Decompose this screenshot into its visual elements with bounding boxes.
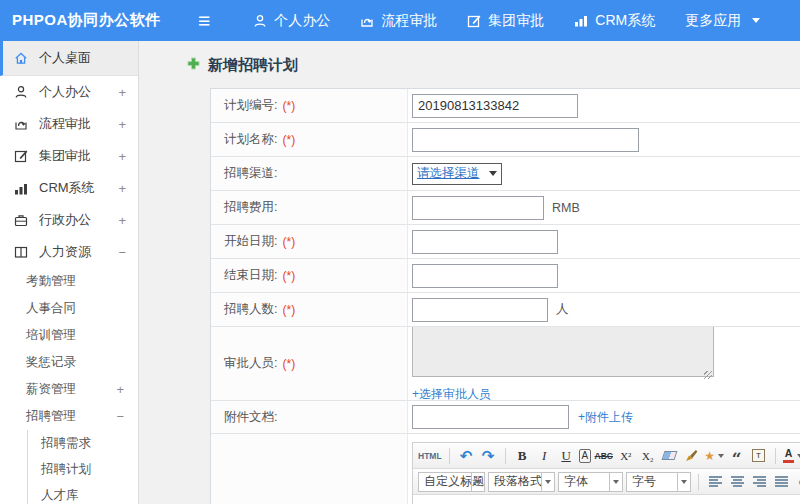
field-label: 计划编号: [224,97,277,114]
form-row-attachment: 附件文档: +附件上传 [211,401,800,434]
headcount-input[interactable] [412,298,548,322]
attachment-upload-link[interactable]: +附件上传 [578,409,633,426]
briefcase-icon [14,213,30,227]
field-label: 附件文档: [224,409,277,426]
subscript-button[interactable]: X₂ [638,446,657,466]
choose-approvers-link[interactable]: +选择审批人员 [412,387,491,400]
form-row-plan-name: 计划名称:(*) [211,123,800,157]
superscript-button[interactable]: X² [616,446,635,466]
sidebar: 个人桌面 个人办公 + 流程审批 + 集团审批 + CRM系统 + 行政办公 +… [0,41,139,504]
required-marker: (*) [282,133,295,147]
sidebar-item-process-approval[interactable]: 流程审批 + [0,108,138,140]
blockquote-button[interactable]: “ [727,446,746,466]
user-icon [14,85,30,99]
sidebar-item-desktop[interactable]: 个人桌面 [0,41,138,76]
sidebar-item-recruit-mgmt[interactable]: 招聘管理 − [0,403,138,430]
nav-personal-office[interactable]: 个人办公 [238,12,345,30]
font-color-button[interactable]: A [783,446,800,466]
attachment-input[interactable] [412,405,569,429]
format-brush-button[interactable] [682,446,701,466]
italic-button[interactable]: I [535,446,554,466]
hamburger-menu-icon[interactable]: ≡ [198,10,210,31]
field-label: 招聘费用: [224,199,277,216]
align-center-button[interactable] [728,472,747,492]
plan-number-input[interactable] [412,94,578,118]
expand-plus-icon: + [118,117,126,132]
form-row-headcount: 招聘人数:(*) 人 [211,293,800,327]
app-logo[interactable]: PHPOA协同办公软件 [0,11,168,30]
select-dropdown-button [541,473,554,491]
plan-name-input[interactable] [412,128,639,152]
resize-handle[interactable] [704,371,712,379]
redo-button[interactable]: ↷ [479,446,498,466]
nav-more-apps[interactable]: 更多应用 [670,12,775,30]
bar-chart-icon [14,182,30,195]
main-content: 新增招聘计划 计划编号:(*) 计划名称:(*) 招聘渠道: 请选择渠道 招聘费… [140,41,800,504]
align-left-button[interactable] [706,472,725,492]
bold-button[interactable]: B [513,446,532,466]
approvers-textarea[interactable] [412,327,714,377]
recruit-plan-form: 计划编号:(*) 计划名称:(*) 招聘渠道: 请选择渠道 招聘费用: RMB … [210,88,800,504]
caret-down-icon [681,480,687,484]
sidebar-item-talent-pool[interactable]: 人才库 [28,482,138,504]
required-marker: (*) [282,269,295,283]
expand-plus-icon: + [118,181,126,196]
nav-process-approval[interactable]: 流程审批 [345,12,452,30]
eraser-button[interactable] [660,446,679,466]
top-bar: PHPOA协同办公软件 ≡ 个人办公 流程审批 集团审批 CRM系统 更多应用 [0,0,800,41]
custom-title-select[interactable]: 自定义标题 [418,472,485,492]
font-family-select[interactable]: 字体 [558,472,623,492]
sidebar-item-admin-office[interactable]: 行政办公 + [0,204,138,236]
field-label: 招聘人数: [224,301,277,318]
editor-content-area[interactable] [413,495,800,504]
sidebar-item-attendance[interactable]: 考勤管理 [0,268,138,295]
sidebar-item-hr[interactable]: 人力资源 − [0,236,138,268]
form-row-channel: 招聘渠道: 请选择渠道 [211,157,800,191]
required-marker: (*) [282,357,295,371]
caret-down-icon [718,454,724,458]
top-nav: 个人办公 流程审批 集团审批 CRM系统 更多应用 [238,12,775,30]
sidebar-item-training[interactable]: 培训管理 [0,322,138,349]
rich-text-editor: HTML ↶ ↷ B I U A ABC X² X₂ ★ [412,442,800,504]
source-code-button[interactable]: HTML [418,446,442,466]
brush-icon [685,449,698,462]
eraser-icon [662,451,678,460]
channel-select[interactable]: 请选择渠道 [412,163,502,185]
red-color-bar [783,460,794,463]
undo-button[interactable]: ↶ [457,446,476,466]
sidebar-item-personal-office[interactable]: 个人办公 + [0,76,138,108]
insert-link-button[interactable]: ∞ [794,472,800,492]
strikethrough-button[interactable]: ABC [594,446,613,466]
auto-typeset-button[interactable]: ★ [704,446,724,466]
end-date-input[interactable] [412,264,558,288]
align-right-button[interactable] [750,472,769,492]
sidebar-item-crm[interactable]: CRM系统 + [0,172,138,204]
sidebar-item-group-approval[interactable]: 集团审批 + [0,140,138,172]
paragraph-format-select[interactable]: 段落格式 [488,472,555,492]
sidebar-item-hr-contract[interactable]: 人事合同 [0,295,138,322]
caret-down-icon [613,480,619,484]
form-row-plan-no: 计划编号:(*) [211,89,800,123]
align-center-icon [731,476,744,487]
nav-group-approval[interactable]: 集团审批 [452,12,559,30]
sidebar-item-recruit-plan[interactable]: 招聘计划 [28,456,138,482]
sidebar-item-recruit-demand[interactable]: 招聘需求 [28,430,138,456]
fee-input[interactable] [412,196,544,220]
expand-plus-icon: + [118,149,126,164]
required-marker: (*) [282,303,295,317]
sidebar-item-salary[interactable]: 薪资管理 + [0,376,138,403]
align-justify-button[interactable] [772,472,791,492]
start-date-input[interactable] [412,230,558,254]
expand-plus-icon: + [118,213,126,228]
font-size-select[interactable]: 字号 [626,472,691,492]
font-border-button[interactable]: A [579,449,592,463]
caret-down-icon [545,480,551,484]
select-dropdown-button [677,473,690,491]
sidebar-item-rewards[interactable]: 奖惩记录 [0,349,138,376]
headcount-unit-label: 人 [556,301,569,318]
form-row-end-date: 结束日期:(*) [211,259,800,293]
paste-text-button[interactable]: T [749,446,768,466]
recruit-submenu: 招聘需求 招聘计划 人才库 [27,430,138,504]
underline-button[interactable]: U [557,446,576,466]
nav-crm-system[interactable]: CRM系统 [559,12,670,30]
